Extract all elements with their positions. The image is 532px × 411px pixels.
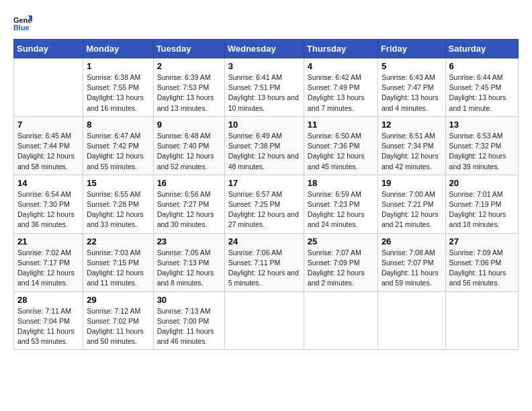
day-number: 24 xyxy=(228,236,300,246)
day-info: Sunrise: 7:12 AMSunset: 7:02 PMDaylight:… xyxy=(87,306,149,347)
calendar-cell: 21Sunrise: 7:02 AMSunset: 7:17 PMDayligh… xyxy=(14,233,83,291)
day-number: 14 xyxy=(17,178,79,188)
day-info: Sunrise: 6:44 AMSunset: 7:45 PMDaylight:… xyxy=(449,73,515,113)
weekday-header-row: SundayMondayTuesdayWednesdayThursdayFrid… xyxy=(14,40,519,58)
calendar-cell: 1Sunrise: 6:38 AMSunset: 7:55 PMDaylight… xyxy=(83,58,153,117)
logo-icon: General Blue xyxy=(13,13,32,32)
day-info: Sunrise: 6:53 AMSunset: 7:32 PMDaylight:… xyxy=(449,131,515,172)
day-number: 12 xyxy=(382,120,442,130)
svg-text:Blue: Blue xyxy=(13,24,30,32)
calendar-cell: 27Sunrise: 7:09 AMSunset: 7:06 PMDayligh… xyxy=(445,233,518,291)
calendar-cell: 7Sunrise: 6:45 AMSunset: 7:44 PMDaylight… xyxy=(14,116,83,175)
day-info: Sunrise: 6:42 AMSunset: 7:49 PMDaylight:… xyxy=(308,73,374,113)
calendar-cell: 29Sunrise: 7:12 AMSunset: 7:02 PMDayligh… xyxy=(83,291,153,350)
day-number: 22 xyxy=(87,236,149,246)
day-number: 26 xyxy=(382,236,442,246)
calendar-cell: 24Sunrise: 7:06 AMSunset: 7:11 PMDayligh… xyxy=(224,233,304,291)
day-number: 6 xyxy=(449,61,515,71)
day-number: 15 xyxy=(87,178,149,188)
calendar-cell: 30Sunrise: 7:13 AMSunset: 7:00 PMDayligh… xyxy=(153,291,224,350)
calendar-cell xyxy=(304,291,378,350)
weekday-header-monday: Monday xyxy=(83,40,153,58)
day-info: Sunrise: 6:47 AMSunset: 7:42 PMDaylight:… xyxy=(87,131,149,172)
day-number: 5 xyxy=(382,61,442,71)
calendar-cell: 6Sunrise: 6:44 AMSunset: 7:45 PMDaylight… xyxy=(445,58,518,117)
calendar-cell: 26Sunrise: 7:08 AMSunset: 7:07 PMDayligh… xyxy=(378,233,445,291)
day-number: 16 xyxy=(157,178,221,188)
calendar-table: SundayMondayTuesdayWednesdayThursdayFrid… xyxy=(13,39,519,350)
page-header: General Blue xyxy=(13,13,519,32)
weekday-header-thursday: Thursday xyxy=(304,40,378,58)
day-info: Sunrise: 6:41 AMSunset: 7:51 PMDaylight:… xyxy=(228,73,300,113)
calendar-cell: 19Sunrise: 7:00 AMSunset: 7:21 PMDayligh… xyxy=(378,175,445,233)
day-number: 18 xyxy=(308,178,374,188)
calendar-cell: 8Sunrise: 6:47 AMSunset: 7:42 PMDaylight… xyxy=(83,116,153,175)
day-info: Sunrise: 6:55 AMSunset: 7:28 PMDaylight:… xyxy=(87,189,149,230)
calendar-cell: 9Sunrise: 6:48 AMSunset: 7:40 PMDaylight… xyxy=(153,116,224,175)
calendar-cell xyxy=(14,58,83,117)
calendar-cell xyxy=(224,291,304,350)
day-info: Sunrise: 6:43 AMSunset: 7:47 PMDaylight:… xyxy=(382,73,442,113)
day-number: 28 xyxy=(17,295,79,305)
calendar-cell: 25Sunrise: 7:07 AMSunset: 7:09 PMDayligh… xyxy=(304,233,378,291)
day-info: Sunrise: 7:05 AMSunset: 7:13 PMDaylight:… xyxy=(157,248,221,289)
day-number: 13 xyxy=(449,120,515,130)
calendar-cell: 23Sunrise: 7:05 AMSunset: 7:13 PMDayligh… xyxy=(153,233,224,291)
weekday-header-tuesday: Tuesday xyxy=(153,40,224,58)
calendar-cell xyxy=(445,291,518,350)
calendar-week-row: 7Sunrise: 6:45 AMSunset: 7:44 PMDaylight… xyxy=(14,116,519,175)
day-number: 19 xyxy=(382,178,442,188)
calendar-cell: 14Sunrise: 6:54 AMSunset: 7:30 PMDayligh… xyxy=(14,175,83,233)
calendar-cell: 17Sunrise: 6:57 AMSunset: 7:25 PMDayligh… xyxy=(224,175,304,233)
day-info: Sunrise: 6:48 AMSunset: 7:40 PMDaylight:… xyxy=(157,131,221,172)
day-number: 20 xyxy=(449,178,515,188)
day-number: 9 xyxy=(157,120,221,130)
weekday-header-saturday: Saturday xyxy=(445,40,518,58)
day-info: Sunrise: 6:49 AMSunset: 7:38 PMDaylight:… xyxy=(228,131,300,172)
day-info: Sunrise: 7:00 AMSunset: 7:21 PMDaylight:… xyxy=(382,189,442,230)
day-number: 21 xyxy=(17,236,79,246)
day-info: Sunrise: 6:59 AMSunset: 7:23 PMDaylight:… xyxy=(308,189,374,230)
day-number: 1 xyxy=(87,61,149,71)
day-info: Sunrise: 7:11 AMSunset: 7:04 PMDaylight:… xyxy=(17,306,79,347)
calendar-cell: 15Sunrise: 6:55 AMSunset: 7:28 PMDayligh… xyxy=(83,175,153,233)
day-info: Sunrise: 6:57 AMSunset: 7:25 PMDaylight:… xyxy=(228,189,300,230)
day-info: Sunrise: 6:38 AMSunset: 7:55 PMDaylight:… xyxy=(87,73,149,113)
weekday-header-friday: Friday xyxy=(378,40,445,58)
day-info: Sunrise: 6:39 AMSunset: 7:53 PMDaylight:… xyxy=(157,73,221,113)
calendar-cell: 4Sunrise: 6:42 AMSunset: 7:49 PMDaylight… xyxy=(304,58,378,117)
calendar-week-row: 1Sunrise: 6:38 AMSunset: 7:55 PMDaylight… xyxy=(14,58,519,117)
day-info: Sunrise: 6:51 AMSunset: 7:34 PMDaylight:… xyxy=(382,131,442,172)
day-info: Sunrise: 7:01 AMSunset: 7:19 PMDaylight:… xyxy=(449,189,515,230)
weekday-header-sunday: Sunday xyxy=(14,40,83,58)
day-info: Sunrise: 6:56 AMSunset: 7:27 PMDaylight:… xyxy=(157,189,221,230)
logo: General Blue xyxy=(13,13,35,32)
day-info: Sunrise: 6:50 AMSunset: 7:36 PMDaylight:… xyxy=(308,131,374,172)
day-number: 7 xyxy=(17,120,79,130)
calendar-week-row: 21Sunrise: 7:02 AMSunset: 7:17 PMDayligh… xyxy=(14,233,519,291)
calendar-cell: 18Sunrise: 6:59 AMSunset: 7:23 PMDayligh… xyxy=(304,175,378,233)
calendar-cell: 11Sunrise: 6:50 AMSunset: 7:36 PMDayligh… xyxy=(304,116,378,175)
calendar-cell: 20Sunrise: 7:01 AMSunset: 7:19 PMDayligh… xyxy=(445,175,518,233)
calendar-week-row: 14Sunrise: 6:54 AMSunset: 7:30 PMDayligh… xyxy=(14,175,519,233)
calendar-cell: 10Sunrise: 6:49 AMSunset: 7:38 PMDayligh… xyxy=(224,116,304,175)
day-info: Sunrise: 7:07 AMSunset: 7:09 PMDaylight:… xyxy=(308,248,374,289)
day-info: Sunrise: 7:08 AMSunset: 7:07 PMDaylight:… xyxy=(382,248,442,289)
day-number: 17 xyxy=(228,178,300,188)
calendar-cell: 28Sunrise: 7:11 AMSunset: 7:04 PMDayligh… xyxy=(14,291,83,350)
day-number: 10 xyxy=(228,120,300,130)
day-number: 8 xyxy=(87,120,149,130)
day-number: 4 xyxy=(308,61,374,71)
day-info: Sunrise: 7:06 AMSunset: 7:11 PMDaylight:… xyxy=(228,248,300,289)
calendar-cell: 13Sunrise: 6:53 AMSunset: 7:32 PMDayligh… xyxy=(445,116,518,175)
calendar-cell: 2Sunrise: 6:39 AMSunset: 7:53 PMDaylight… xyxy=(153,58,224,117)
weekday-header-wednesday: Wednesday xyxy=(224,40,304,58)
calendar-week-row: 28Sunrise: 7:11 AMSunset: 7:04 PMDayligh… xyxy=(14,291,519,350)
calendar-cell: 22Sunrise: 7:03 AMSunset: 7:15 PMDayligh… xyxy=(83,233,153,291)
day-number: 29 xyxy=(87,295,149,305)
day-info: Sunrise: 6:54 AMSunset: 7:30 PMDaylight:… xyxy=(17,189,79,230)
calendar-cell: 3Sunrise: 6:41 AMSunset: 7:51 PMDaylight… xyxy=(224,58,304,117)
day-number: 30 xyxy=(157,295,221,305)
day-number: 11 xyxy=(308,120,374,130)
calendar-cell: 5Sunrise: 6:43 AMSunset: 7:47 PMDaylight… xyxy=(378,58,445,117)
